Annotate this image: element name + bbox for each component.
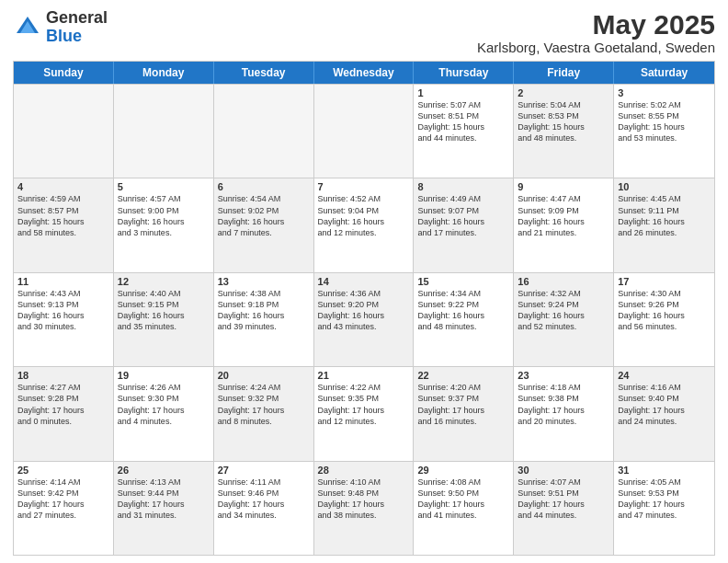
day-info: Sunrise: 4:27 AM Sunset: 9:28 PM Dayligh… bbox=[17, 382, 109, 427]
day-cell-12: 12Sunrise: 4:40 AM Sunset: 9:15 PM Dayli… bbox=[114, 273, 214, 366]
day-number: 17 bbox=[618, 276, 711, 287]
day-info: Sunrise: 4:57 AM Sunset: 9:00 PM Dayligh… bbox=[118, 193, 210, 238]
logo-blue: Blue bbox=[46, 27, 82, 45]
day-cell-18: 18Sunrise: 4:27 AM Sunset: 9:28 PM Dayli… bbox=[14, 367, 114, 460]
logo-text: General Blue bbox=[46, 9, 108, 46]
day-cell-6: 6Sunrise: 4:54 AM Sunset: 9:02 PM Daylig… bbox=[214, 178, 314, 271]
calendar: SundayMondayTuesdayWednesdayThursdayFrid… bbox=[13, 61, 715, 556]
title-block: May 2025 Karlsborg, Vaestra Goetaland, S… bbox=[477, 9, 715, 55]
day-info: Sunrise: 4:59 AM Sunset: 8:57 PM Dayligh… bbox=[17, 193, 109, 238]
day-number: 15 bbox=[417, 276, 509, 287]
header-cell-saturday: Saturday bbox=[614, 62, 714, 84]
day-number: 22 bbox=[417, 370, 509, 381]
day-cell-13: 13Sunrise: 4:38 AM Sunset: 9:18 PM Dayli… bbox=[214, 273, 314, 366]
logo: General Blue bbox=[13, 9, 108, 46]
day-info: Sunrise: 4:40 AM Sunset: 9:15 PM Dayligh… bbox=[118, 288, 210, 333]
day-cell-7: 7Sunrise: 4:52 AM Sunset: 9:04 PM Daylig… bbox=[314, 178, 415, 271]
day-info: Sunrise: 4:47 AM Sunset: 9:09 PM Dayligh… bbox=[518, 193, 609, 238]
empty-cell bbox=[14, 85, 114, 178]
day-cell-28: 28Sunrise: 4:10 AM Sunset: 9:48 PM Dayli… bbox=[314, 462, 415, 555]
day-cell-14: 14Sunrise: 4:36 AM Sunset: 9:20 PM Dayli… bbox=[314, 273, 415, 366]
day-number: 27 bbox=[218, 465, 310, 476]
header-cell-tuesday: Tuesday bbox=[214, 62, 314, 84]
calendar-body: 1Sunrise: 5:07 AM Sunset: 8:51 PM Daylig… bbox=[14, 84, 714, 555]
day-info: Sunrise: 5:07 AM Sunset: 8:51 PM Dayligh… bbox=[417, 99, 509, 144]
day-cell-26: 26Sunrise: 4:13 AM Sunset: 9:44 PM Dayli… bbox=[114, 462, 214, 555]
header-cell-friday: Friday bbox=[514, 62, 614, 84]
day-cell-1: 1Sunrise: 5:07 AM Sunset: 8:51 PM Daylig… bbox=[414, 85, 514, 178]
day-number: 11 bbox=[17, 276, 109, 287]
day-info: Sunrise: 5:02 AM Sunset: 8:55 PM Dayligh… bbox=[618, 99, 711, 144]
calendar-row-1: 1Sunrise: 5:07 AM Sunset: 8:51 PM Daylig… bbox=[14, 84, 714, 178]
day-number: 2 bbox=[518, 87, 609, 98]
day-info: Sunrise: 4:52 AM Sunset: 9:04 PM Dayligh… bbox=[318, 193, 410, 238]
day-number: 12 bbox=[118, 276, 210, 287]
day-info: Sunrise: 4:36 AM Sunset: 9:20 PM Dayligh… bbox=[318, 288, 410, 333]
calendar-row-4: 18Sunrise: 4:27 AM Sunset: 9:28 PM Dayli… bbox=[14, 366, 714, 460]
day-cell-22: 22Sunrise: 4:20 AM Sunset: 9:37 PM Dayli… bbox=[414, 367, 514, 460]
day-cell-30: 30Sunrise: 4:07 AM Sunset: 9:51 PM Dayli… bbox=[514, 462, 614, 555]
empty-cell bbox=[114, 85, 214, 178]
calendar-title: May 2025 bbox=[477, 9, 715, 40]
day-cell-17: 17Sunrise: 4:30 AM Sunset: 9:26 PM Dayli… bbox=[614, 273, 714, 366]
day-info: Sunrise: 4:08 AM Sunset: 9:50 PM Dayligh… bbox=[417, 477, 509, 522]
day-info: Sunrise: 4:26 AM Sunset: 9:30 PM Dayligh… bbox=[118, 382, 210, 427]
day-number: 9 bbox=[518, 181, 609, 192]
day-number: 16 bbox=[518, 276, 609, 287]
day-cell-25: 25Sunrise: 4:14 AM Sunset: 9:42 PM Dayli… bbox=[14, 462, 114, 555]
day-number: 4 bbox=[17, 181, 109, 192]
day-cell-21: 21Sunrise: 4:22 AM Sunset: 9:35 PM Dayli… bbox=[314, 367, 415, 460]
day-number: 14 bbox=[318, 276, 410, 287]
day-info: Sunrise: 4:05 AM Sunset: 9:53 PM Dayligh… bbox=[618, 477, 711, 522]
day-cell-8: 8Sunrise: 4:49 AM Sunset: 9:07 PM Daylig… bbox=[414, 178, 514, 271]
day-number: 28 bbox=[318, 465, 410, 476]
day-number: 10 bbox=[618, 181, 711, 192]
day-info: Sunrise: 4:20 AM Sunset: 9:37 PM Dayligh… bbox=[417, 382, 509, 427]
day-cell-2: 2Sunrise: 5:04 AM Sunset: 8:53 PM Daylig… bbox=[514, 85, 614, 178]
day-cell-31: 31Sunrise: 4:05 AM Sunset: 9:53 PM Dayli… bbox=[614, 462, 714, 555]
day-number: 23 bbox=[518, 370, 609, 381]
day-cell-3: 3Sunrise: 5:02 AM Sunset: 8:55 PM Daylig… bbox=[614, 85, 714, 178]
day-cell-10: 10Sunrise: 4:45 AM Sunset: 9:11 PM Dayli… bbox=[614, 178, 714, 271]
day-number: 21 bbox=[318, 370, 410, 381]
header-cell-wednesday: Wednesday bbox=[314, 62, 415, 84]
day-number: 6 bbox=[218, 181, 310, 192]
day-info: Sunrise: 4:14 AM Sunset: 9:42 PM Dayligh… bbox=[17, 477, 109, 522]
day-number: 26 bbox=[118, 465, 210, 476]
day-cell-5: 5Sunrise: 4:57 AM Sunset: 9:00 PM Daylig… bbox=[114, 178, 214, 271]
day-info: Sunrise: 4:45 AM Sunset: 9:11 PM Dayligh… bbox=[618, 193, 711, 238]
day-number: 7 bbox=[318, 181, 410, 192]
day-info: Sunrise: 4:11 AM Sunset: 9:46 PM Dayligh… bbox=[218, 477, 310, 522]
day-info: Sunrise: 4:16 AM Sunset: 9:40 PM Dayligh… bbox=[618, 382, 711, 427]
day-cell-24: 24Sunrise: 4:16 AM Sunset: 9:40 PM Dayli… bbox=[614, 367, 714, 460]
day-number: 20 bbox=[218, 370, 310, 381]
header: General Blue May 2025 Karlsborg, Vaestra… bbox=[13, 9, 715, 55]
header-cell-monday: Monday bbox=[114, 62, 214, 84]
day-cell-23: 23Sunrise: 4:18 AM Sunset: 9:38 PM Dayli… bbox=[514, 367, 614, 460]
calendar-row-2: 4Sunrise: 4:59 AM Sunset: 8:57 PM Daylig… bbox=[14, 178, 714, 271]
day-info: Sunrise: 4:13 AM Sunset: 9:44 PM Dayligh… bbox=[118, 477, 210, 522]
logo-general: General bbox=[46, 8, 108, 27]
day-info: Sunrise: 4:24 AM Sunset: 9:32 PM Dayligh… bbox=[218, 382, 310, 427]
day-number: 30 bbox=[518, 465, 609, 476]
day-cell-16: 16Sunrise: 4:32 AM Sunset: 9:24 PM Dayli… bbox=[514, 273, 614, 366]
day-info: Sunrise: 4:30 AM Sunset: 9:26 PM Dayligh… bbox=[618, 288, 711, 333]
day-info: Sunrise: 5:04 AM Sunset: 8:53 PM Dayligh… bbox=[518, 99, 609, 144]
day-info: Sunrise: 4:18 AM Sunset: 9:38 PM Dayligh… bbox=[518, 382, 609, 427]
day-info: Sunrise: 4:38 AM Sunset: 9:18 PM Dayligh… bbox=[218, 288, 310, 333]
page: General Blue May 2025 Karlsborg, Vaestra… bbox=[0, 0, 728, 563]
calendar-subtitle: Karlsborg, Vaestra Goetaland, Sweden bbox=[477, 40, 715, 55]
calendar-row-5: 25Sunrise: 4:14 AM Sunset: 9:42 PM Dayli… bbox=[14, 461, 714, 555]
day-info: Sunrise: 4:34 AM Sunset: 9:22 PM Dayligh… bbox=[417, 288, 509, 333]
day-number: 8 bbox=[417, 181, 509, 192]
day-info: Sunrise: 4:49 AM Sunset: 9:07 PM Dayligh… bbox=[417, 193, 509, 238]
day-cell-20: 20Sunrise: 4:24 AM Sunset: 9:32 PM Dayli… bbox=[214, 367, 314, 460]
day-number: 1 bbox=[417, 87, 509, 98]
calendar-header-row: SundayMondayTuesdayWednesdayThursdayFrid… bbox=[14, 62, 714, 84]
logo-icon bbox=[13, 13, 42, 42]
day-number: 31 bbox=[618, 465, 711, 476]
day-number: 3 bbox=[618, 87, 711, 98]
day-cell-9: 9Sunrise: 4:47 AM Sunset: 9:09 PM Daylig… bbox=[514, 178, 614, 271]
day-number: 25 bbox=[17, 465, 109, 476]
day-cell-19: 19Sunrise: 4:26 AM Sunset: 9:30 PM Dayli… bbox=[114, 367, 214, 460]
